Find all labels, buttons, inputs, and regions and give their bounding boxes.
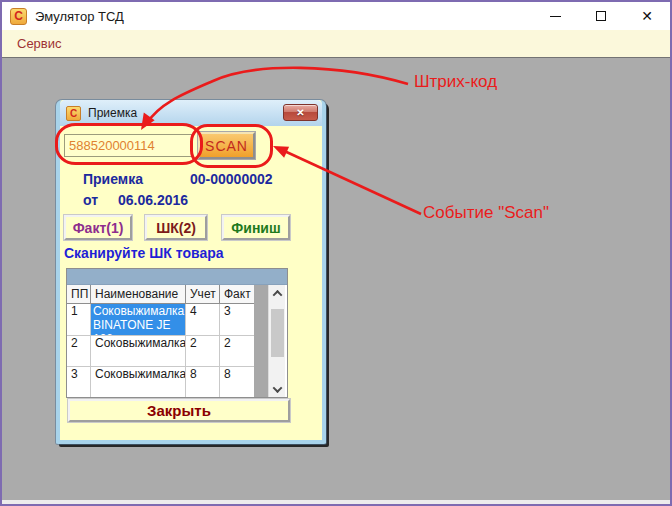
maximize-icon — [596, 11, 606, 21]
chevron-up-icon — [272, 289, 282, 299]
table-row-1-name[interactable]: Соковыжималка BINATONE JE 102 — [91, 304, 186, 336]
fact-button[interactable]: Факт(1) — [64, 215, 132, 240]
doc-date: 06.06.2016 — [118, 192, 188, 208]
table-row-3-fakt[interactable]: 8 — [220, 367, 254, 397]
minimize-icon — [550, 16, 561, 17]
dialog-titlebar[interactable]: С Приемка ✕ — [60, 100, 322, 126]
col-header-pp[interactable]: ПП — [67, 285, 91, 304]
menu-bar: Сервис — [2, 30, 670, 57]
table-row-1-fakt[interactable]: 3 — [220, 304, 254, 336]
table-body: ПП Наименование Учет Факт 1 Соковыжималк… — [67, 285, 287, 397]
scrollbar-down-button[interactable] — [269, 381, 285, 397]
table-row-2-uchet[interactable]: 2 — [186, 336, 220, 367]
app-logo-icon: С — [10, 8, 27, 25]
scan-button[interactable]: SCAN — [198, 132, 255, 159]
doc-date-line: от 06.06.2016 — [60, 192, 322, 208]
window-controls: ✕ — [532, 2, 670, 30]
scan-prompt: Сканируйте ШК товара — [64, 245, 224, 261]
table-grid: ПП Наименование Учет Факт 1 Соковыжималк… — [67, 285, 254, 397]
menu-item-servis[interactable]: Сервис — [17, 36, 62, 51]
screen: С Эмулятор ТСД ✕ Сервис С Приемка ✕ SCAN… — [0, 0, 672, 506]
finish-button[interactable]: Финиш — [222, 215, 290, 240]
doc-from-label: от — [83, 192, 98, 208]
close-icon: ✕ — [641, 9, 653, 23]
window-title: Эмулятор ТСД — [35, 9, 532, 24]
dialog-close-button[interactable]: ✕ — [283, 104, 318, 121]
doc-number: 00-00000002 — [190, 171, 273, 187]
shk-button[interactable]: ШК(2) — [145, 215, 207, 240]
minimize-button[interactable] — [532, 2, 578, 30]
priemka-dialog: С Приемка ✕ SCAN Приемка 00-00000002 от … — [56, 100, 326, 444]
table-row-3-uchet[interactable]: 8 — [186, 367, 220, 397]
table-row-1-uchet[interactable]: 4 — [186, 304, 220, 336]
table-top-strip — [67, 269, 287, 285]
table-row-2-name[interactable]: Соковыжималка — [91, 336, 186, 367]
close-button[interactable]: ✕ — [624, 2, 670, 30]
table-row-3-pp[interactable]: 3 — [67, 367, 91, 397]
maximize-button[interactable] — [578, 2, 624, 30]
close-dialog-button[interactable]: Закрыть — [68, 399, 290, 422]
table-scrollbar[interactable] — [268, 285, 285, 397]
doc-number-line: Приемка 00-00000002 — [60, 171, 322, 187]
table-row-2-pp[interactable]: 2 — [67, 336, 91, 367]
chevron-down-icon — [272, 383, 282, 393]
window-bottom-strip — [2, 500, 670, 504]
dialog-logo-icon: С — [66, 106, 81, 121]
table-row-2-fakt[interactable]: 2 — [220, 336, 254, 367]
scrollbar-up-button[interactable] — [269, 285, 285, 301]
table-filler-column — [254, 285, 268, 397]
app-titlebar: С Эмулятор ТСД ✕ — [2, 2, 670, 30]
col-header-uchet[interactable]: Учет — [186, 285, 220, 304]
doc-label: Приемка — [83, 171, 143, 187]
items-table: ПП Наименование Учет Факт 1 Соковыжималк… — [66, 268, 288, 398]
barcode-input[interactable] — [64, 134, 192, 157]
table-row-3-name[interactable]: Соковыжималка — [91, 367, 186, 397]
scrollbar-thumb[interactable] — [271, 309, 284, 357]
table-row-1-pp[interactable]: 1 — [67, 304, 91, 336]
dialog-title: Приемка — [88, 106, 137, 120]
col-header-name[interactable]: Наименование — [91, 285, 186, 304]
col-header-fakt[interactable]: Факт — [220, 285, 254, 304]
dialog-body: SCAN Приемка 00-00000002 от 06.06.2016 Ф… — [60, 126, 322, 440]
